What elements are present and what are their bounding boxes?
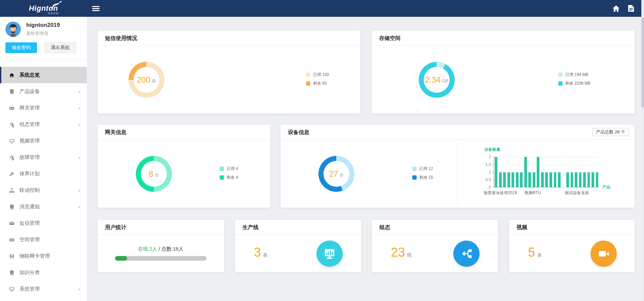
avatar[interactable] [5, 22, 21, 37]
product-total-button[interactable]: 产品总数 26 个 [592, 128, 629, 136]
bar [495, 157, 497, 187]
bar [524, 157, 527, 187]
sidebar-item-1[interactable]: 系统总览 [0, 67, 87, 83]
production-monitor-icon [316, 241, 343, 267]
sidebar-item-label: 短信管理 [20, 220, 81, 226]
book-icon [9, 204, 15, 210]
device-info-card: 设备信息 产品总数 26 个 27 台 已用 12剩余 15 设备数量 产品 0… [280, 125, 635, 208]
sidebar-item-9[interactable]: 消息通知› [0, 199, 87, 215]
card-title: 存储空间 [372, 31, 635, 46]
chevron-right-icon: › [78, 286, 80, 293]
sidebar-item-4[interactable]: 组态管理› [0, 116, 87, 133]
monitor-icon [9, 138, 15, 144]
bar [528, 172, 531, 188]
camera-icon [9, 237, 15, 243]
sidebar-item-6[interactable]: 故障管理› [0, 149, 87, 166]
video-count: 5 [528, 245, 535, 260]
user-name: hignton2019 [26, 22, 60, 29]
user-role: 系统管理员 [26, 31, 60, 37]
bar [550, 172, 552, 188]
chevron-right-icon: › [78, 105, 80, 112]
bar [545, 172, 548, 188]
dashboard-content: 短信使用情况 200 条 已用 150剩余 50 存储空间 2.34 [98, 31, 635, 272]
change-password-button[interactable]: 修改密码 [5, 42, 37, 53]
camera-icon [9, 105, 15, 111]
sidebar-item-label: 空间管理 [20, 236, 81, 243]
chevron-right-icon: › [78, 187, 80, 194]
bar [571, 172, 573, 188]
bar [592, 172, 594, 188]
bar [503, 172, 506, 188]
card-title: 设备信息 [280, 125, 635, 140]
bar-chart-plot-area: 产品 00.511.52验室废水处理2019数网RTU测试设备龙岗 [494, 157, 599, 187]
scada-diagram-icon [453, 241, 480, 267]
chevron-right-icon: › [78, 204, 80, 210]
sidebar-item-10[interactable]: 短信管理 [0, 215, 87, 231]
sidebar-item-14[interactable]: 系统管理› [0, 281, 87, 297]
sidebar-item-label: 保养计划 [20, 171, 81, 177]
sidebar-item-7[interactable]: 保养计划 [0, 166, 87, 182]
bar [537, 157, 539, 187]
sidebar-item-label: 故障管理 [20, 154, 78, 161]
legend-item: 已用 150 [306, 72, 329, 78]
sidebar-item-11[interactable]: 空间管理 [0, 231, 87, 248]
storage-legend: 已用 194 MB剩余 2206 MB [558, 72, 591, 86]
bar-chart-y-title: 设备数量 [484, 147, 500, 153]
device-donut-chart: 27 台 [318, 156, 354, 192]
bar-chart-x-title: 产品 [602, 184, 610, 190]
logout-button[interactable]: 退出系统 [44, 42, 76, 53]
sidebar-item-12[interactable]: 物联网卡管理 [0, 248, 87, 264]
book-icon [9, 270, 15, 276]
bar [507, 172, 510, 188]
sidebar-item-label: 组态管理 [20, 121, 78, 128]
gateway-donut-chart: 8 台 [136, 156, 172, 192]
gateway-legend: 已用 4剩余 4 [220, 166, 238, 180]
legend-item: 已用 12 [412, 166, 433, 172]
bar [520, 172, 523, 188]
document-icon[interactable] [628, 5, 634, 12]
gateway-info-card: 网关信息 8 台 已用 4剩余 4 [98, 125, 270, 208]
home-icon[interactable] [613, 5, 619, 12]
legend-item: 剩余 15 [412, 175, 433, 180]
sidebar-item-13[interactable]: 知识分类 [0, 264, 87, 281]
legend-item: 剩余 50 [306, 81, 329, 86]
menu-toggle-icon[interactable] [92, 5, 100, 12]
bar [541, 172, 544, 188]
logo-subtext: 华辰智通 [48, 12, 59, 15]
sidebar-item-label: 系统总览 [20, 72, 81, 78]
sidebar-item-label: 视频管理 [20, 138, 81, 144]
sidebar: Hignton 华辰智通 hignton2019 系统管理员 修改密码 退出系统 [0, 0, 87, 301]
user-panel: hignton2019 系统管理员 修改密码 退出系统 [0, 17, 87, 59]
sms-donut-chart: 200 条 [128, 62, 164, 98]
user-stats-text: 在线:2人 / 总数:15人 [98, 246, 224, 252]
chevron-right-icon: › [78, 88, 80, 95]
sidebar-menu: 系统总览产品设备›网关管理›组态管理›视频管理故障管理›保养计划联动控制›消息通… [0, 67, 87, 297]
bar [558, 172, 561, 188]
production-count: 3 [254, 245, 261, 260]
storage-donut-chart: 2.34 GB [419, 62, 455, 98]
sitemap-icon [9, 187, 15, 194]
sidebar-item-5[interactable]: 视频管理 [0, 133, 87, 149]
x-tick-label: 数网RTU [525, 190, 541, 196]
device-legend: 已用 12剩余 15 [412, 166, 433, 180]
sidebar-item-2[interactable]: 产品设备› [0, 83, 87, 100]
total-count: 总数:15人 [161, 246, 184, 252]
gears-icon [9, 155, 15, 161]
gears-icon [9, 122, 15, 128]
sidebar-item-3[interactable]: 网关管理› [0, 100, 87, 116]
legend-item: 已用 4 [220, 166, 238, 172]
page-scrollbar[interactable] [641, 0, 644, 301]
scada-card: 组态 23 组 [372, 220, 498, 272]
floppy-icon [9, 253, 15, 259]
sidebar-item-label: 产品设备 [20, 88, 78, 95]
card-title: 生产线 [235, 220, 361, 235]
sidebar-item-label: 网关管理 [20, 105, 78, 111]
hignton-logo[interactable]: Hignton 华辰智通 [0, 0, 87, 17]
device-total-value: 27 [329, 169, 338, 179]
scrollbar-thumb[interactable] [641, 17, 644, 108]
production-line-card: 生产线 3 条 [235, 220, 361, 272]
card-title: 网关信息 [98, 125, 270, 140]
sidebar-item-8[interactable]: 联动控制› [0, 182, 87, 199]
bar [588, 172, 590, 188]
divider [457, 143, 458, 205]
